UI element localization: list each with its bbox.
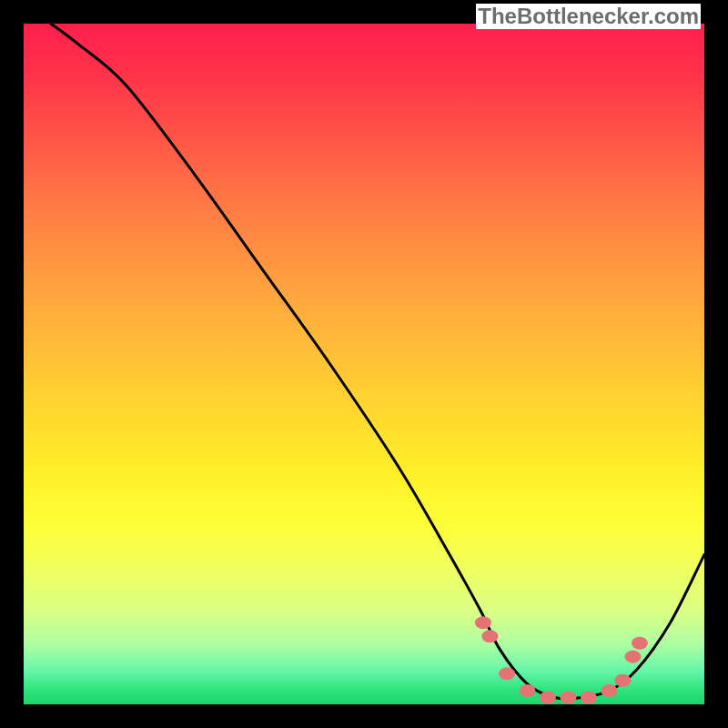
highlight-marker-group: [475, 616, 648, 703]
chart-svg: [24, 24, 704, 704]
highlight-marker: [624, 651, 641, 663]
plot-area: [24, 24, 704, 704]
highlight-marker: [632, 637, 648, 650]
highlight-marker: [499, 667, 515, 680]
highlight-marker: [475, 616, 491, 629]
highlight-marker: [560, 692, 576, 704]
highlight-marker: [481, 630, 498, 642]
attribution-label: TheBottlenecker.com: [476, 4, 701, 29]
highlight-marker: [520, 684, 536, 697]
bottleneck-curve: [51, 24, 704, 699]
highlight-marker: [614, 674, 631, 687]
highlight-marker: [581, 692, 597, 704]
chart-frame: TheBottlenecker.com: [0, 0, 728, 728]
highlight-marker: [540, 692, 556, 704]
highlight-marker: [601, 684, 617, 697]
